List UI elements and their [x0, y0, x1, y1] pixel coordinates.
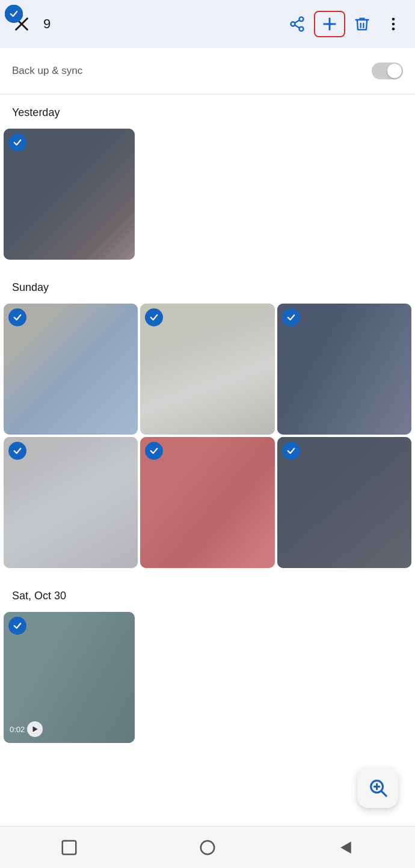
svg-point-9 [392, 18, 395, 21]
svg-marker-12 [33, 726, 38, 732]
svg-point-10 [392, 23, 395, 26]
delete-button[interactable] [348, 10, 377, 38]
yesterday-grid [0, 129, 415, 269]
svg-line-5 [295, 25, 300, 28]
nav-square-button[interactable] [58, 837, 80, 858]
section-sat-title: Sat, Oct 30 [12, 590, 66, 602]
share-button[interactable] [283, 10, 312, 38]
selection-count: 9 [41, 16, 278, 32]
section-yesterday-header: Yesterday [0, 94, 415, 129]
check-p7 [282, 442, 300, 460]
sat-grid: 0:02 [0, 612, 415, 753]
photo-cell-p6[interactable] [140, 437, 274, 568]
check-p2 [8, 308, 26, 326]
video-badge: 0:02 [10, 721, 43, 737]
sunday-grid [0, 304, 415, 578]
section-sunday-header: Sunday [0, 269, 415, 304]
photo-cell-p7[interactable] [277, 437, 411, 568]
play-icon [27, 721, 43, 737]
nav-back-button[interactable] [335, 837, 357, 858]
section-sat-header: Sat, Oct 30 [0, 578, 415, 612]
check-p4 [282, 308, 300, 326]
toolbar-actions [283, 10, 408, 38]
video-duration: 0:02 [10, 725, 25, 734]
svg-rect-17 [63, 840, 76, 854]
photo-cell-p5[interactable] [4, 437, 138, 568]
backup-sync-toggle[interactable] [372, 63, 403, 79]
section-yesterday-title: Yesterday [12, 106, 60, 119]
section-sat-check[interactable] [5, 5, 23, 23]
svg-line-14 [381, 791, 386, 796]
svg-point-11 [392, 28, 395, 31]
check-p8 [8, 617, 26, 635]
toggle-thumb [387, 64, 402, 78]
backup-sync-row: Back up & sync [0, 48, 415, 94]
section-sunday-title: Sunday [12, 281, 49, 294]
bottom-navigation [0, 826, 415, 868]
nav-home-button[interactable] [197, 837, 218, 858]
svg-point-18 [201, 840, 215, 854]
svg-line-6 [295, 20, 300, 23]
check-p1 [8, 133, 26, 151]
backup-sync-label: Back up & sync [12, 65, 82, 77]
check-p5 [8, 442, 26, 460]
add-button[interactable] [314, 11, 345, 37]
photo-cell-p4[interactable] [277, 304, 411, 435]
photo-cell-p3[interactable] [140, 304, 274, 435]
photo-cell-p8[interactable]: 0:02 [4, 612, 135, 743]
zoom-fab[interactable] [357, 767, 398, 808]
top-bar: 9 [0, 0, 415, 48]
photo-cell-p1[interactable] [4, 129, 135, 260]
photo-cell-p2[interactable] [4, 304, 138, 435]
svg-marker-19 [340, 842, 351, 854]
more-button[interactable] [379, 10, 408, 38]
